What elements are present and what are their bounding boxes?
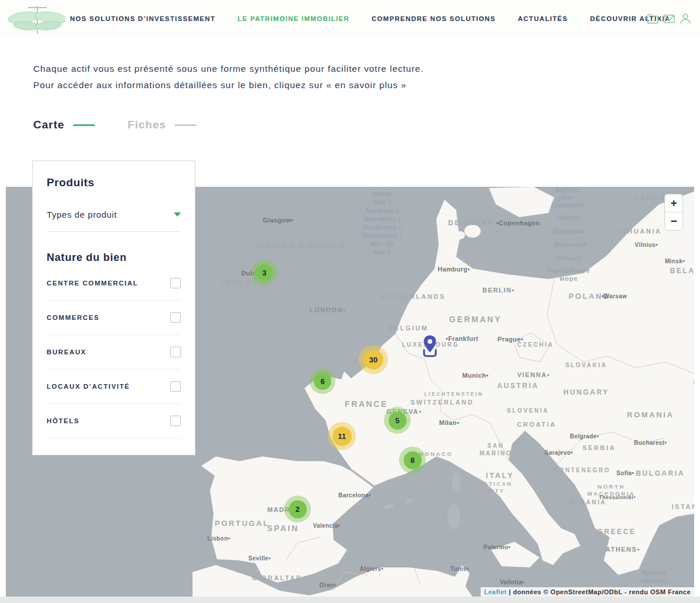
nature-row-centre-commercial: CENTRE COMMERCIAL — [47, 266, 181, 301]
tab-fiches[interactable]: Fiches — [128, 118, 197, 131]
cluster-count: 30 — [363, 350, 383, 370]
checkbox-hotels[interactable] — [170, 416, 181, 426]
cluster-count: 3 — [256, 264, 273, 281]
checkbox-centre-commercial[interactable] — [170, 278, 181, 288]
folder-icon[interactable] — [646, 12, 659, 25]
map-cluster-marker-5[interactable]: 5 — [384, 407, 411, 434]
tab-carte[interactable]: Carte — [33, 118, 95, 131]
cluster-count: 2 — [289, 500, 307, 518]
map-cluster-marker-2[interactable]: 2 — [284, 496, 311, 522]
checkbox-bureaux[interactable] — [170, 347, 181, 357]
nature-row-hotels: HÔTELS — [47, 404, 181, 438]
footer-strip — [0, 597, 700, 603]
nav-item-3[interactable]: ACTUALITÉS — [518, 15, 568, 22]
cluster-count: 8 — [404, 451, 422, 469]
cluster-count: 5 — [388, 412, 407, 430]
map-cluster-marker-11[interactable]: 11 — [328, 422, 356, 450]
map-cluster-marker-8[interactable]: 8 — [399, 447, 426, 473]
tab-carte-underline — [73, 124, 95, 126]
nature-row-locaux: LOCAUX D’ACTIVITÉ — [47, 370, 181, 404]
nav-item-0[interactable]: NOS SOLUTIONS D’INVESTISSEMENT — [70, 15, 215, 22]
nature-row-commerces: COMMERCES — [47, 301, 181, 335]
nav-item-1[interactable]: LE PATRIMOINE IMMOBILIER — [237, 15, 349, 22]
checkbox-commerces[interactable] — [170, 312, 181, 323]
main-nav: NOS SOLUTIONS D’INVESTISSEMENTLE PATRIMO… — [70, 0, 692, 37]
zoom-in-button[interactable]: + — [665, 194, 682, 212]
chevron-down-icon — [174, 212, 181, 217]
map-cluster-marker-3[interactable]: 3 — [251, 260, 277, 285]
header: NOS SOLUTIONS D’INVESTISSEMENTLE PATRIMO… — [0, 0, 700, 37]
products-title: Produits — [47, 176, 181, 189]
header-icons — [646, 0, 692, 37]
map-zoom-control: + − — [664, 194, 683, 231]
map-cluster-marker-6[interactable]: 6 — [310, 368, 335, 394]
map-attribution: Leaflet | données © OpenStreetMap/ODbL -… — [481, 587, 694, 597]
tab-fiches-underline — [174, 124, 197, 126]
checkbox-locaux-activite[interactable] — [170, 381, 181, 392]
attribution-text: | données © OpenStreetMap/ODbL - rendu O… — [507, 588, 691, 595]
user-icon[interactable] — [679, 12, 692, 25]
logo-dragonfly-icon[interactable] — [7, 0, 65, 37]
cluster-count: 6 — [314, 372, 331, 390]
zoom-out-button[interactable]: − — [665, 212, 682, 230]
leaflet-link[interactable]: Leaflet — [484, 588, 507, 595]
map-cluster-marker-30[interactable]: 30 — [359, 345, 388, 374]
mail-icon[interactable] — [663, 12, 676, 25]
divider — [47, 231, 181, 232]
map-pin-marker[interactable] — [417, 334, 443, 364]
nature-title: Nature du bien — [47, 252, 181, 264]
filter-panel: Produits Types de produit Nature du bien… — [32, 161, 195, 455]
product-type-dropdown[interactable]: Types de produit — [47, 210, 181, 219]
nav-item-2[interactable]: COMPRENDRE NOS SOLUTIONS — [372, 15, 496, 22]
view-tabs: Carte Fiches — [33, 118, 197, 131]
cluster-count: 11 — [332, 427, 352, 446]
intro-text: Chaque actif vous est présenté sous une … — [33, 61, 436, 93]
nature-row-bureaux: BUREAUX — [47, 335, 181, 370]
